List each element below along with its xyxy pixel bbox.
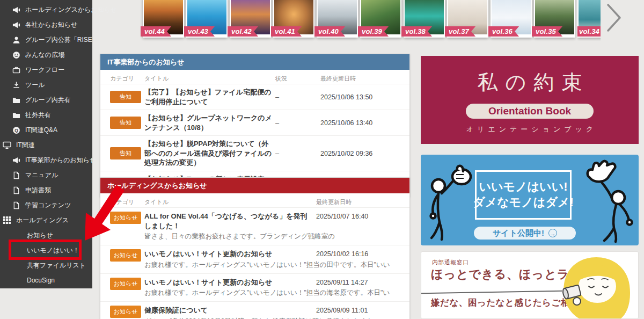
holdings-announcements-panel: ホールディングスからお知らせ カテゴリ タイトル 最終更新日時 お知らせ ALL… [100, 177, 410, 319]
folder-icon [12, 111, 20, 119]
announcement-row[interactable]: お知らせ いいモノはいい！サイト更新のお知らせ 2025/10/02 16:16… [100, 245, 409, 273]
column-header-updated: 最終更新日時 [316, 198, 352, 206]
announcement-row[interactable]: お知らせ いいモノはいい！サイト更新のお知らせ 2025/09/11 14:27… [100, 273, 409, 302]
intranet-portal-page: ホールディングスからお知らせ 各社からお知らせ グループ内公募「RISE」 みん… [0, 0, 644, 319]
sidebar-item-it-division-news[interactable]: IT事業部からのお知らせ [0, 153, 92, 168]
column-header-title: タイトル [144, 75, 169, 83]
volume-ribbon: vol.41 [271, 26, 302, 37]
sidebar-item-label: IT関連 [16, 141, 35, 150]
sidebar-item-label: ホールディングス [16, 216, 69, 225]
carousel-item[interactable]: vol.36 [491, 0, 532, 38]
sidebar-item-group-recruit-rise[interactable]: グループ内公募「RISE」 [0, 32, 92, 47]
site-open-label: サイト公開中! [493, 228, 544, 238]
volume-ribbon: vol.35 [532, 26, 562, 37]
volume-ribbon: vol.36 [488, 26, 519, 37]
q-circle-icon: Q [12, 126, 20, 134]
megaphone-icon [12, 5, 20, 14]
announcement-snippet: お疲れ様です。ホールディングス"いいモノはいい！"担当の海老原です。本日"い [144, 288, 401, 298]
volume-ribbon: vol.44 [141, 26, 171, 37]
sidebar-item-it-qa[interactable]: Q IT関連Q&A [0, 122, 92, 137]
announcement-row[interactable]: お知らせ ALL for ONE Vol.44「つなげる、つながる」を発刊しまし… [100, 207, 409, 245]
briefcase-icon [12, 66, 20, 74]
announcement-row[interactable]: 告知 【完了】【お知らせ】ファイル宅配便のご利用停止について – 2025/10… [100, 84, 409, 110]
orientation-book-banner[interactable]: 私の約束 Orientation Book オリエンテーションブック [421, 56, 639, 144]
person-icon [12, 35, 20, 44]
site-open-pill[interactable]: サイト公開中! → [474, 227, 576, 240]
volume-ribbon: vol.40 [314, 26, 345, 37]
announcement-row[interactable]: 告知 【お知らせ】脱PPAP対策について（外部へののメール送信及び添付ファイルの… [100, 135, 409, 171]
carousel-item[interactable]: vol.39 [360, 0, 401, 38]
arrow-circle-icon: → [548, 229, 557, 237]
stop-hand-figure-illustration [580, 158, 636, 244]
announcement-date: 2025/10/06 13:50 [320, 93, 372, 101]
carousel-item[interactable]: vol.40 [317, 0, 358, 38]
announcement-title[interactable]: いいモノはいい！サイト更新のお知らせ [144, 278, 313, 287]
sidebar-item-label: 学習コンテンツ [25, 201, 71, 210]
sidebar-item-label: みんなの広場 [25, 50, 64, 60]
sidebar-item-label: ホールディングスからお知らせ [25, 5, 117, 15]
table-column-headers: カテゴリ タイトル 状況 最終更新日時 [100, 70, 409, 84]
announcement-snippet: 皆さま、日々の業務お疲れさまです。ブランディング戦略室の [144, 232, 401, 241]
sidebar-item-label: 共有ファイルリスト [27, 261, 86, 270]
announcement-date: 2025/10/07 16:40 [316, 213, 368, 220]
carousel-item[interactable]: vol.43 [186, 0, 228, 38]
thumbs-up-figure-illustration [424, 162, 475, 243]
announcement-date: 2025/10/06 13:40 [320, 119, 372, 127]
carousel-item[interactable]: vol.44 [143, 0, 184, 38]
volume-ribbon: vol.34 [577, 26, 601, 37]
sidebar-item-company-news[interactable]: 各社からお知らせ [0, 17, 92, 32]
monitor-icon [3, 141, 11, 149]
sidebar-item-oshirase[interactable]: お知らせ [0, 228, 92, 243]
announcement-date: 2025/09/09 11:01 [316, 307, 368, 314]
sidebar-item-iimono[interactable]: いいモノはいい！ [0, 243, 92, 258]
sidebar-item-label: グループ内公募「RISE」 [25, 35, 99, 45]
announcement-row[interactable]: 告知 【お知らせ】グループネットワークのメンテナンス（10/8） – 2025/… [100, 110, 409, 135]
hotline-banner[interactable]: 内部通報窓口 ほっとできる、ほっとライン 嫌だな、困ったなと感じたらご相談を。 [421, 251, 639, 319]
carousel-item[interactable]: vol.35 [534, 0, 575, 38]
announcement-title[interactable]: いいモノはいい！サイト更新のお知らせ [144, 249, 313, 259]
announcement-status: – [275, 150, 320, 157]
sidebar-item-shared-file-list[interactable]: 共有ファイルリスト [0, 258, 92, 273]
sidebar-item-tools[interactable]: ツール [0, 77, 92, 92]
category-badge: お知らせ [110, 306, 141, 318]
sidebar-item-label: IT関連Q&A [25, 126, 57, 135]
hotline-tag: 内部通報窓口 [432, 259, 469, 266]
sidebar-item-group-share[interactable]: グループ内共有 [0, 92, 92, 107]
announcement-row[interactable]: お知らせ 健康保険証について 2025/09/09 11:01 グループ各位20… [100, 301, 409, 319]
volume-ribbon: vol.39 [358, 26, 389, 37]
grid-icon [3, 216, 11, 224]
sidebar: ホールディングスからお知らせ 各社からお知らせ グループ内公募「RISE」 みん… [0, 0, 92, 288]
carousel-item[interactable]: vol.37 [447, 0, 488, 38]
sidebar-item-minna-plaza[interactable]: みんなの広場 [0, 47, 92, 62]
carousel-next-button[interactable] [603, 2, 625, 34]
column-header-title: タイトル [144, 198, 169, 206]
sidebar-section-it[interactable]: IT関連 [0, 137, 92, 153]
announcement-title[interactable]: 【お知らせ】脱PPAP対策について（外部へののメール送信及び添付ファイルの処理方… [144, 139, 275, 168]
sidebar-item-application-forms[interactable]: 申請書類 [0, 183, 92, 198]
sidebar-item-manual[interactable]: マニュアル [0, 168, 92, 183]
sidebar-item-workflow[interactable]: ワークフロー [0, 62, 92, 77]
sidebar-item-learning-content[interactable]: 学習コンテンツ [0, 198, 92, 213]
carousel-item[interactable]: vol.41 [273, 0, 314, 38]
carousel-item[interactable]: vol.34 [577, 0, 601, 38]
volume-ribbon: vol.42 [228, 26, 258, 37]
string-line [421, 291, 562, 294]
announcement-title[interactable]: 健康保険証について [144, 306, 313, 315]
announcement-status: – [275, 119, 320, 127]
volume-ribbon: vol.37 [445, 26, 475, 37]
sidebar-section-holdings[interactable]: ホールディングス [0, 213, 92, 228]
category-badge: お知らせ [110, 278, 141, 290]
announcement-date: 2025/10/02 09:36 [320, 150, 372, 157]
sidebar-item-external-share[interactable]: 社外共有 [0, 107, 92, 122]
category-badge: 告知 [110, 91, 141, 103]
sidebar-item-label: お知らせ [27, 231, 53, 240]
sidebar-item-holdings-news[interactable]: ホールディングスからお知らせ [0, 2, 92, 17]
announcement-title[interactable]: 【お知らせ】グループネットワークのメンテナンス（10/8） [144, 113, 275, 132]
chevron-right-icon [606, 3, 622, 34]
announcement-title[interactable]: ALL for ONE Vol.44「つなげる、つながる」を発刊しました！ [144, 212, 313, 230]
carousel-item[interactable]: vol.42 [230, 0, 271, 38]
announcement-title[interactable]: 【完了】【お知らせ】ファイル宅配便のご利用停止について [144, 88, 275, 106]
sidebar-item-docusign[interactable]: DocuSign [0, 273, 92, 288]
carousel-item[interactable]: vol.38 [404, 0, 445, 38]
iimono-site-banner[interactable]: いいモノはいい! ダメなモノはダメ! サイト公開中! → [421, 155, 639, 245]
